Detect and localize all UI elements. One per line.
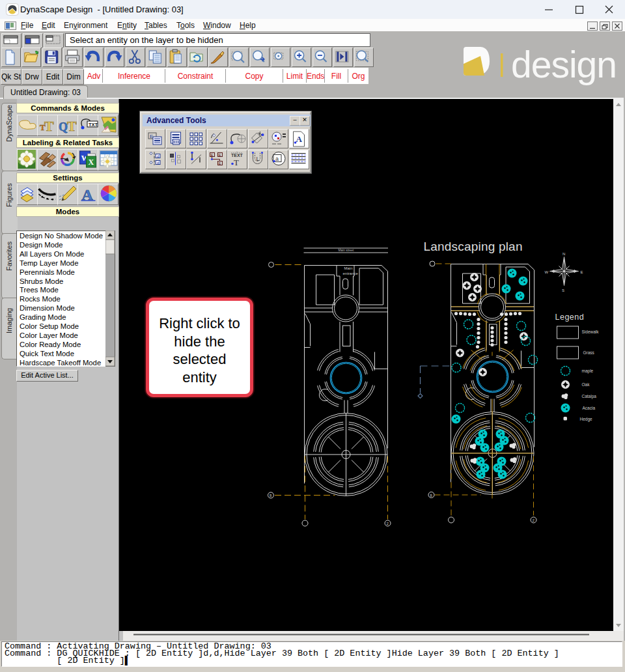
svg-text:T: T bbox=[44, 118, 54, 134]
svg-text:a: a bbox=[275, 156, 279, 162]
svg-text:B: B bbox=[430, 494, 433, 497]
svg-text:Main: Main bbox=[344, 266, 353, 270]
svg-text:entrance: entrance bbox=[343, 272, 359, 275]
svg-text:Acacia: Acacia bbox=[583, 406, 596, 410]
svg-text:Main street: Main street bbox=[339, 249, 354, 252]
svg-text:A: A bbox=[296, 134, 303, 144]
svg-text:d: d bbox=[157, 161, 159, 165]
svg-text:Grass: Grass bbox=[583, 350, 595, 355]
svg-text:Sidewalk: Sidewalk bbox=[582, 329, 600, 334]
svg-text:X: X bbox=[89, 158, 94, 167]
svg-text:N: N bbox=[562, 252, 565, 256]
svg-text:E: E bbox=[219, 161, 221, 165]
svg-text:2: 2 bbox=[387, 522, 389, 525]
svg-text:Hedge: Hedge bbox=[580, 417, 593, 422]
svg-text:Catalpa: Catalpa bbox=[582, 394, 597, 399]
svg-text:T: T bbox=[67, 118, 77, 134]
svg-text:maple: maple bbox=[582, 369, 594, 374]
svg-text:d: d bbox=[157, 154, 159, 158]
svg-text:E: E bbox=[211, 153, 214, 157]
svg-text:Legend: Legend bbox=[555, 313, 585, 322]
svg-text:design: design bbox=[511, 44, 617, 85]
svg-text:Landscaping plan: Landscaping plan bbox=[424, 240, 523, 253]
svg-text:S: S bbox=[562, 288, 564, 292]
svg-text:E: E bbox=[219, 153, 221, 157]
svg-text:L: L bbox=[257, 156, 260, 162]
svg-text:T: T bbox=[234, 158, 239, 167]
svg-text:TXT: TXT bbox=[89, 122, 98, 128]
svg-text:Oak: Oak bbox=[582, 382, 590, 387]
svg-text:Q: Q bbox=[59, 120, 68, 133]
svg-text:B: B bbox=[270, 494, 272, 497]
svg-text:W: W bbox=[545, 270, 549, 274]
svg-text:2: 2 bbox=[533, 518, 535, 522]
svg-text:E: E bbox=[581, 270, 583, 274]
